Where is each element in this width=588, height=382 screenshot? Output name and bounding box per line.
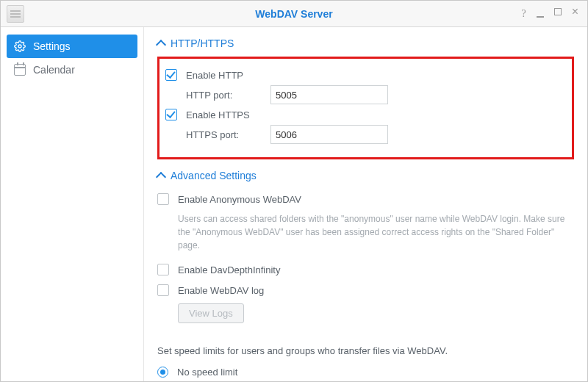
row-enable-log: Enable WebDAV log — [157, 284, 574, 296]
sidebar: Settings Calendar — [1, 27, 144, 381]
window-body: Settings Calendar HTTP/HTTPS Enable HTTP… — [1, 27, 587, 381]
titlebar: WebDAV Server ? × — [1, 1, 587, 27]
section-header-http[interactable]: HTTP/HTTPS — [157, 37, 574, 49]
checkbox-enable-anonymous[interactable] — [157, 193, 169, 205]
sidebar-item-label: Calendar — [33, 64, 75, 76]
label-enable-depthinfinity: Enable DavDepthInfinity — [178, 264, 280, 275]
section-title: Advanced Settings — [171, 170, 257, 181]
https-port-input[interactable] — [270, 125, 388, 144]
radio-no-speed-limit[interactable] — [157, 367, 168, 378]
gear-icon — [14, 40, 26, 52]
close-icon[interactable]: × — [572, 8, 578, 20]
view-logs-button[interactable]: View Logs — [178, 303, 244, 323]
row-enable-depthinfinity: Enable DavDepthInfinity — [157, 264, 574, 275]
window-controls: ? × — [521, 8, 587, 20]
sidebar-item-settings[interactable]: Settings — [7, 35, 137, 58]
checkbox-enable-depthinfinity[interactable] — [157, 264, 169, 275]
maximize-icon[interactable] — [554, 8, 562, 15]
row-enable-anonymous: Enable Anonymous WebDAV — [157, 193, 574, 205]
highlighted-region: Enable HTTP HTTP port: Enable HTTPS HTTP… — [157, 57, 574, 159]
label-no-speed-limit: No speed limit — [177, 367, 237, 378]
window-title: WebDAV Server — [1, 8, 587, 20]
chevron-up-icon — [156, 40, 166, 50]
app-window: WebDAV Server ? × Settings Calendar — [0, 0, 588, 382]
sidebar-item-calendar[interactable]: Calendar — [7, 58, 137, 82]
minimize-icon[interactable] — [537, 8, 544, 20]
speed-limit-description: Set speed limits for users and groups wh… — [157, 345, 574, 356]
row-http-port: HTTP port: — [186, 85, 566, 104]
calendar-icon — [14, 64, 26, 76]
section-header-advanced[interactable]: Advanced Settings — [157, 170, 574, 181]
help-text-anonymous: Users can access shared folders with the… — [178, 212, 574, 252]
row-https-port: HTTPS port: — [186, 125, 566, 144]
label-http-port: HTTP port: — [186, 90, 270, 101]
section-title: HTTP/HTTPS — [171, 37, 234, 49]
help-icon[interactable]: ? — [521, 8, 526, 20]
checkbox-enable-log[interactable] — [157, 284, 169, 296]
sidebar-item-label: Settings — [33, 40, 71, 52]
label-enable-anonymous: Enable Anonymous WebDAV — [178, 194, 301, 205]
label-enable-http: Enable HTTP — [186, 70, 243, 81]
chevron-up-icon — [156, 172, 166, 182]
row-enable-http: Enable HTTP — [165, 69, 566, 81]
content-pane: HTTP/HTTPS Enable HTTP HTTP port: Enable… — [144, 27, 587, 381]
checkbox-enable-https[interactable] — [165, 109, 177, 120]
app-icon — [7, 5, 24, 23]
svg-point-0 — [18, 45, 21, 48]
checkbox-enable-http[interactable] — [165, 69, 177, 81]
label-https-port: HTTPS port: — [186, 129, 270, 140]
label-enable-https: Enable HTTPS — [186, 109, 250, 120]
label-enable-log: Enable WebDAV log — [178, 285, 264, 296]
http-port-input[interactable] — [270, 85, 388, 104]
row-enable-https: Enable HTTPS — [165, 109, 566, 120]
row-radio-no-limit: No speed limit — [157, 367, 574, 378]
